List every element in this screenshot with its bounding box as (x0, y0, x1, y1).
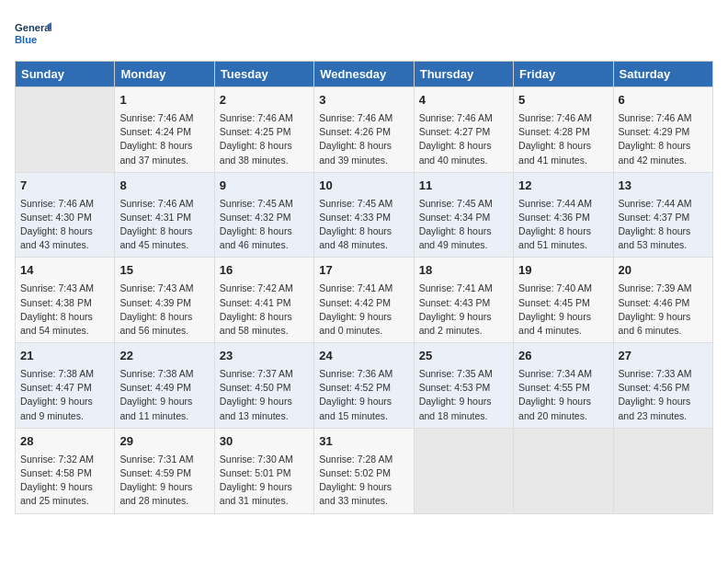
day-cell: 23Sunrise: 7:37 AM Sunset: 4:50 PM Dayli… (214, 343, 313, 429)
day-number: 15 (119, 262, 209, 280)
day-cell: 17Sunrise: 7:41 AM Sunset: 4:42 PM Dayli… (314, 258, 414, 343)
day-number: 4 (419, 92, 508, 109)
logo-container: General Blue (15, 15, 51, 52)
day-cell: 14Sunrise: 7:43 AM Sunset: 4:38 PM Dayli… (16, 258, 115, 343)
day-info: Sunrise: 7:41 AM Sunset: 4:42 PM Dayligh… (319, 282, 408, 338)
day-cell (613, 428, 712, 513)
day-number: 28 (20, 433, 109, 451)
day-cell: 20Sunrise: 7:39 AM Sunset: 4:46 PM Dayli… (613, 258, 712, 343)
day-cell: 11Sunrise: 7:45 AM Sunset: 4:34 PM Dayli… (414, 172, 513, 258)
week-row-3: 14Sunrise: 7:43 AM Sunset: 4:38 PM Dayli… (16, 258, 713, 343)
day-number: 18 (419, 262, 508, 280)
day-cell: 3Sunrise: 7:46 AM Sunset: 4:26 PM Daylig… (314, 87, 414, 173)
day-number: 9 (220, 178, 309, 195)
day-info: Sunrise: 7:45 AM Sunset: 4:32 PM Dayligh… (220, 197, 309, 253)
day-info: Sunrise: 7:44 AM Sunset: 4:36 PM Dayligh… (518, 197, 608, 253)
day-number: 14 (20, 262, 109, 280)
day-info: Sunrise: 7:31 AM Sunset: 4:59 PM Dayligh… (119, 453, 209, 509)
day-cell: 24Sunrise: 7:36 AM Sunset: 4:52 PM Dayli… (314, 343, 414, 429)
day-number: 29 (119, 433, 209, 451)
day-info: Sunrise: 7:38 AM Sunset: 4:49 PM Dayligh… (119, 367, 209, 423)
day-cell (514, 428, 613, 513)
day-cell: 1Sunrise: 7:46 AM Sunset: 4:24 PM Daylig… (115, 87, 214, 173)
day-info: Sunrise: 7:46 AM Sunset: 4:31 PM Dayligh… (119, 197, 209, 253)
day-info: Sunrise: 7:36 AM Sunset: 4:52 PM Dayligh… (319, 367, 408, 423)
week-row-4: 21Sunrise: 7:38 AM Sunset: 4:47 PM Dayli… (16, 343, 713, 429)
day-info: Sunrise: 7:34 AM Sunset: 4:55 PM Dayligh… (518, 367, 608, 423)
day-cell: 31Sunrise: 7:28 AM Sunset: 5:02 PM Dayli… (314, 428, 414, 513)
svg-text:General: General (15, 22, 51, 33)
day-info: Sunrise: 7:46 AM Sunset: 4:27 PM Dayligh… (419, 111, 508, 167)
calendar-table: SundayMondayTuesdayWednesdayThursdayFrid… (15, 61, 713, 514)
day-number: 17 (319, 262, 408, 280)
day-info: Sunrise: 7:30 AM Sunset: 5:01 PM Dayligh… (220, 453, 309, 509)
day-number: 5 (518, 92, 608, 109)
day-info: Sunrise: 7:37 AM Sunset: 4:50 PM Dayligh… (220, 367, 309, 423)
day-cell: 26Sunrise: 7:34 AM Sunset: 4:55 PM Dayli… (514, 343, 613, 429)
day-cell: 13Sunrise: 7:44 AM Sunset: 4:37 PM Dayli… (613, 172, 712, 258)
day-info: Sunrise: 7:28 AM Sunset: 5:02 PM Dayligh… (319, 453, 408, 509)
day-cell (414, 428, 513, 513)
svg-text:Blue: Blue (15, 34, 37, 45)
day-cell: 25Sunrise: 7:35 AM Sunset: 4:53 PM Dayli… (414, 343, 513, 429)
day-number: 20 (619, 262, 708, 280)
day-info: Sunrise: 7:46 AM Sunset: 4:30 PM Dayligh… (20, 197, 109, 253)
day-number: 31 (319, 433, 408, 451)
day-info: Sunrise: 7:32 AM Sunset: 4:58 PM Dayligh… (20, 453, 109, 509)
day-number: 26 (518, 348, 608, 365)
page-header: General Blue (15, 15, 713, 52)
day-number: 8 (119, 178, 209, 195)
day-info: Sunrise: 7:46 AM Sunset: 4:26 PM Dayligh… (319, 111, 408, 167)
day-number: 11 (419, 178, 508, 195)
day-cell: 30Sunrise: 7:30 AM Sunset: 5:01 PM Dayli… (214, 428, 313, 513)
day-number: 2 (220, 92, 309, 109)
day-number: 12 (518, 178, 608, 195)
day-cell: 6Sunrise: 7:46 AM Sunset: 4:29 PM Daylig… (613, 87, 712, 173)
day-info: Sunrise: 7:46 AM Sunset: 4:28 PM Dayligh… (518, 111, 608, 167)
week-row-1: 1Sunrise: 7:46 AM Sunset: 4:24 PM Daylig… (16, 87, 713, 173)
day-cell: 28Sunrise: 7:32 AM Sunset: 4:58 PM Dayli… (16, 428, 115, 513)
day-info: Sunrise: 7:45 AM Sunset: 4:33 PM Dayligh… (319, 197, 408, 253)
day-number: 21 (20, 348, 109, 365)
day-info: Sunrise: 7:38 AM Sunset: 4:47 PM Dayligh… (20, 367, 109, 423)
day-cell: 15Sunrise: 7:43 AM Sunset: 4:39 PM Dayli… (115, 258, 214, 343)
day-info: Sunrise: 7:39 AM Sunset: 4:46 PM Dayligh… (619, 282, 708, 338)
day-cell: 21Sunrise: 7:38 AM Sunset: 4:47 PM Dayli… (16, 343, 115, 429)
day-cell: 2Sunrise: 7:46 AM Sunset: 4:25 PM Daylig… (214, 87, 313, 173)
column-header-monday: Monday (115, 62, 214, 87)
day-cell: 5Sunrise: 7:46 AM Sunset: 4:28 PM Daylig… (514, 87, 613, 173)
header-row: SundayMondayTuesdayWednesdayThursdayFrid… (16, 62, 713, 87)
day-info: Sunrise: 7:43 AM Sunset: 4:38 PM Dayligh… (20, 282, 109, 338)
day-number: 24 (319, 348, 408, 365)
day-number: 25 (419, 348, 508, 365)
day-cell: 22Sunrise: 7:38 AM Sunset: 4:49 PM Dayli… (115, 343, 214, 429)
logo-graphic: General Blue (15, 15, 51, 52)
day-cell: 9Sunrise: 7:45 AM Sunset: 4:32 PM Daylig… (214, 172, 313, 258)
day-cell: 19Sunrise: 7:40 AM Sunset: 4:45 PM Dayli… (514, 258, 613, 343)
day-info: Sunrise: 7:44 AM Sunset: 4:37 PM Dayligh… (619, 197, 708, 253)
day-cell: 7Sunrise: 7:46 AM Sunset: 4:30 PM Daylig… (16, 172, 115, 258)
day-info: Sunrise: 7:40 AM Sunset: 4:45 PM Dayligh… (518, 282, 608, 338)
day-number: 6 (619, 92, 708, 109)
column-header-saturday: Saturday (613, 62, 712, 87)
day-number: 10 (319, 178, 408, 195)
day-number: 7 (20, 178, 109, 195)
day-number: 13 (619, 178, 708, 195)
day-cell: 4Sunrise: 7:46 AM Sunset: 4:27 PM Daylig… (414, 87, 513, 173)
logo: General Blue (15, 15, 51, 52)
day-info: Sunrise: 7:45 AM Sunset: 4:34 PM Dayligh… (419, 197, 508, 253)
day-cell: 10Sunrise: 7:45 AM Sunset: 4:33 PM Dayli… (314, 172, 414, 258)
week-row-2: 7Sunrise: 7:46 AM Sunset: 4:30 PM Daylig… (16, 172, 713, 258)
column-header-wednesday: Wednesday (314, 62, 414, 87)
column-header-thursday: Thursday (414, 62, 513, 87)
day-cell: 27Sunrise: 7:33 AM Sunset: 4:56 PM Dayli… (613, 343, 712, 429)
day-cell: 8Sunrise: 7:46 AM Sunset: 4:31 PM Daylig… (115, 172, 214, 258)
day-number: 19 (518, 262, 608, 280)
day-number: 23 (220, 348, 309, 365)
day-info: Sunrise: 7:46 AM Sunset: 4:24 PM Dayligh… (119, 111, 209, 167)
day-number: 22 (119, 348, 209, 365)
day-info: Sunrise: 7:46 AM Sunset: 4:29 PM Dayligh… (619, 111, 708, 167)
day-cell: 12Sunrise: 7:44 AM Sunset: 4:36 PM Dayli… (514, 172, 613, 258)
column-header-sunday: Sunday (16, 62, 115, 87)
day-info: Sunrise: 7:41 AM Sunset: 4:43 PM Dayligh… (419, 282, 508, 338)
